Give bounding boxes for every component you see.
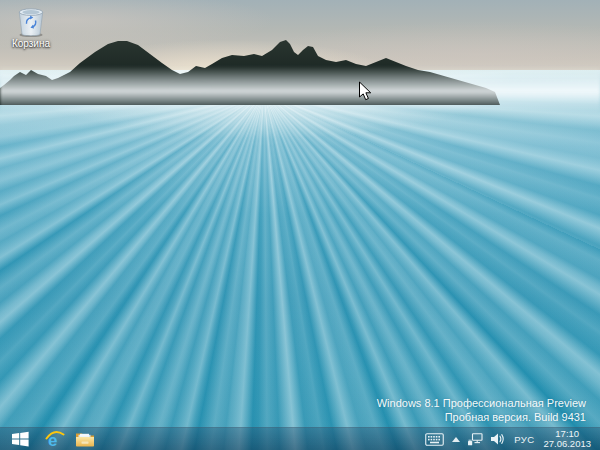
taskbar-item-file-explorer[interactable] (70, 428, 100, 450)
system-tray: РУС 17:10 27.06.2013 (421, 428, 600, 450)
network-icon (468, 433, 483, 446)
show-hidden-icons-button[interactable] (448, 428, 464, 450)
taskbar: e (0, 427, 600, 450)
touch-keyboard-button[interactable] (421, 428, 448, 450)
windows-logo-icon (12, 431, 29, 447)
mouse-cursor (358, 81, 373, 103)
network-button[interactable] (464, 428, 487, 450)
watermark-line1: Windows 8.1 Профессиональная Preview (377, 396, 586, 410)
volume-icon (491, 433, 505, 445)
chevron-up-icon (452, 437, 460, 442)
tray-clock[interactable]: 17:10 27.06.2013 (539, 429, 595, 450)
build-watermark: Windows 8.1 Профессиональная Preview Про… (377, 396, 586, 424)
folder-icon (75, 431, 95, 447)
wallpaper-sea (0, 70, 600, 450)
desktop: Корзина Windows 8.1 Профессиональная Pre… (0, 0, 600, 450)
watermark-line2: Пробная версия. Build 9431 (377, 410, 586, 424)
wallpaper-sea-mist (0, 66, 600, 112)
language-indicator[interactable]: РУС (509, 434, 539, 445)
start-button[interactable] (0, 428, 40, 450)
touch-keyboard-icon (425, 433, 444, 446)
taskbar-item-internet-explorer[interactable]: e (40, 428, 70, 450)
tray-clock-date: 27.06.2013 (543, 439, 591, 450)
volume-button[interactable] (487, 428, 509, 450)
internet-explorer-icon: e (45, 430, 65, 449)
recycle-bin[interactable]: Корзина (4, 3, 58, 49)
recycle-bin-icon (15, 3, 47, 37)
recycle-bin-label: Корзина (4, 38, 58, 49)
